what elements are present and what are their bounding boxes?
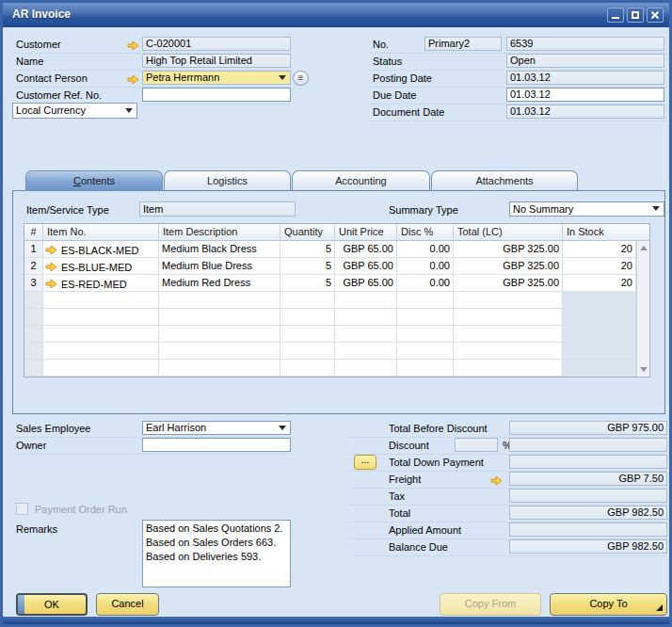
row-number-cell[interactable]: 1 <box>24 241 43 258</box>
disc-cell[interactable] <box>397 326 454 343</box>
remarks-textarea[interactable]: Based on Sales Quotations 2. Based on Sa… <box>142 520 291 587</box>
quantity-cell[interactable] <box>280 326 335 343</box>
row-number-cell[interactable]: 2 <box>24 258 43 275</box>
discount-percent-field[interactable] <box>455 438 498 452</box>
item-no-cell[interactable]: ES-BLUE-MED <box>43 258 159 275</box>
total-cell[interactable]: GBP 325.00 <box>454 258 563 275</box>
due-date-field[interactable]: 01.03.12 <box>506 88 664 102</box>
total-cell[interactable]: GBP 325.00 <box>454 241 563 258</box>
total-cell[interactable] <box>454 292 563 309</box>
table-scrollbar[interactable] <box>636 241 649 377</box>
quantity-cell[interactable] <box>280 360 335 377</box>
currency-select[interactable]: Local Currency <box>12 103 137 119</box>
item-description-cell[interactable]: Medium Black Dress <box>159 241 280 258</box>
dropdown-arrow-icon[interactable] <box>652 206 660 211</box>
row-number-cell[interactable]: 3 <box>24 275 43 292</box>
total-cell[interactable] <box>454 309 563 326</box>
in-stock-cell[interactable] <box>563 326 636 343</box>
total-cell[interactable] <box>454 360 563 377</box>
minimize-button[interactable] <box>607 8 624 23</box>
dropdown-arrow-icon[interactable] <box>125 108 133 113</box>
item-service-type-field[interactable]: Item <box>139 201 296 217</box>
row-number-cell[interactable] <box>24 326 43 343</box>
in-stock-cell[interactable]: 20 <box>563 258 636 275</box>
sales-employee-select[interactable]: Earl Harrison <box>142 421 291 435</box>
unit-price-cell[interactable]: GBP 65.00 <box>335 275 397 292</box>
close-button[interactable] <box>647 8 664 23</box>
item-no-cell[interactable] <box>43 326 159 343</box>
tab-accounting[interactable]: Accounting <box>292 170 430 190</box>
unit-price-cell[interactable] <box>335 343 397 360</box>
unit-price-cell[interactable] <box>335 309 397 326</box>
owner-field[interactable] <box>142 438 291 452</box>
disc-cell[interactable]: 0.00 <box>397 258 454 275</box>
disc-cell[interactable]: 0.00 <box>397 275 454 292</box>
dropdown-arrow-icon[interactable] <box>279 75 286 80</box>
in-stock-cell[interactable]: 20 <box>563 241 636 258</box>
link-arrow-icon[interactable] <box>127 72 140 84</box>
in-stock-cell[interactable] <box>563 309 636 326</box>
unit-price-cell[interactable] <box>335 326 397 343</box>
quantity-cell[interactable]: 5 <box>280 258 335 275</box>
link-arrow-icon[interactable] <box>45 279 58 290</box>
item-description-cell[interactable] <box>159 326 280 343</box>
row-number-cell[interactable] <box>24 309 43 326</box>
unit-price-cell[interactable]: GBP 65.00 <box>335 241 397 258</box>
cancel-button[interactable]: Cancel <box>96 593 159 616</box>
quantity-cell[interactable]: 5 <box>280 241 335 258</box>
quantity-cell[interactable] <box>280 292 335 309</box>
row-number-cell[interactable] <box>24 343 43 360</box>
disc-cell[interactable] <box>397 343 454 360</box>
tab-contents[interactable]: Contents <box>25 170 163 191</box>
tab-logistics[interactable]: Logistics <box>164 170 291 190</box>
item-description-cell[interactable] <box>159 309 280 326</box>
customer-ref-field[interactable] <box>142 88 291 102</box>
quantity-cell[interactable] <box>280 309 335 326</box>
link-arrow-icon[interactable] <box>45 262 58 273</box>
total-cell[interactable]: GBP 325.00 <box>454 275 563 292</box>
item-description-cell[interactable]: Medium Blue Dress <box>159 258 280 275</box>
disc-cell[interactable] <box>397 292 454 309</box>
in-stock-cell[interactable] <box>563 292 636 309</box>
item-no-cell[interactable] <box>43 292 159 309</box>
maximize-button[interactable] <box>627 8 644 23</box>
copy-to-button[interactable]: Copy To <box>550 593 667 616</box>
contact-menu-button[interactable]: ≡ <box>293 71 309 86</box>
in-stock-cell[interactable]: 20 <box>563 275 636 292</box>
disc-cell[interactable]: 0.00 <box>397 241 454 258</box>
dropdown-arrow-icon[interactable] <box>279 426 286 430</box>
link-arrow-icon[interactable] <box>127 39 140 50</box>
contact-person-combo[interactable]: Petra Herrmann <box>142 71 291 85</box>
total-cell[interactable] <box>454 326 563 343</box>
tab-attachments[interactable]: Attachments <box>431 170 578 190</box>
item-description-cell[interactable] <box>159 343 280 360</box>
quantity-cell[interactable]: 5 <box>280 275 335 292</box>
down-payment-browse-button[interactable]: ... <box>354 455 376 470</box>
title-bar[interactable]: AR Invoice <box>3 3 669 27</box>
scroll-down-icon[interactable] <box>640 367 648 372</box>
series-field[interactable]: Primary2 <box>424 37 502 51</box>
unit-price-cell[interactable] <box>335 292 397 309</box>
disc-cell[interactable] <box>397 360 454 377</box>
item-description-cell[interactable] <box>159 292 280 309</box>
quantity-cell[interactable] <box>280 343 335 360</box>
item-no-cell[interactable] <box>43 360 159 377</box>
item-no-cell[interactable]: ES-BLACK-MED <box>43 241 159 258</box>
row-number-cell[interactable] <box>24 292 43 309</box>
link-arrow-icon[interactable] <box>490 474 504 485</box>
item-no-cell[interactable]: ES-RED-MED <box>43 275 159 292</box>
link-arrow-icon[interactable] <box>45 245 58 256</box>
item-description-cell[interactable]: Medium Red Dress <box>159 275 280 292</box>
in-stock-cell[interactable] <box>563 360 636 377</box>
ok-button[interactable]: OK <box>16 593 88 616</box>
row-number-cell[interactable] <box>24 360 43 377</box>
item-description-cell[interactable] <box>159 360 280 377</box>
scroll-up-icon[interactable] <box>640 246 648 250</box>
unit-price-cell[interactable] <box>335 360 397 377</box>
unit-price-cell[interactable]: GBP 65.00 <box>335 258 397 275</box>
item-no-cell[interactable] <box>43 343 159 360</box>
total-cell[interactable] <box>454 343 563 360</box>
in-stock-cell[interactable] <box>563 343 636 360</box>
item-no-cell[interactable] <box>43 309 159 326</box>
summary-type-select[interactable]: No Summary <box>509 201 664 217</box>
